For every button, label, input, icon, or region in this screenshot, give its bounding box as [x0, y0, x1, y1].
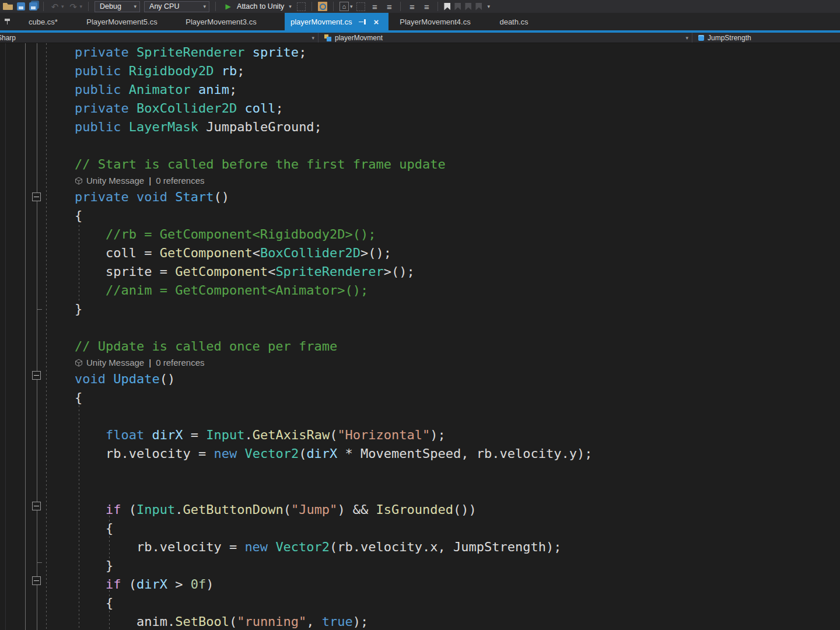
codelens-divider: | — [149, 356, 151, 370]
codelens-line: Unity Message|0 references — [44, 174, 592, 188]
code-line: private void Start() — [44, 188, 592, 206]
code-line — [44, 463, 592, 482]
code-line: { — [44, 594, 592, 612]
project-dropdown-label: Sharp — [0, 34, 16, 42]
chevron-down-icon: ▾ — [289, 4, 292, 9]
code-line: sprite = GetComponent<SpriteRenderer>(); — [44, 262, 592, 281]
toolbar-separator — [438, 2, 438, 11]
tab-playermovement4-cs[interactable]: PlayerMovement4.cs — [388, 13, 482, 30]
chevron-down-icon: ▾ — [685, 35, 692, 41]
member-dropdown[interactable]: JumpStrength — [692, 33, 840, 43]
tab-label: death.cs — [499, 18, 528, 26]
tab-playermovement5-cs[interactable]: PlayerMovement5.cs — [72, 13, 172, 30]
project-dropdown[interactable]: Sharp ▾ — [0, 33, 318, 43]
fold-structure-line — [37, 43, 37, 630]
chevron-down-icon: ▾ — [134, 4, 137, 9]
codelens-unity-message[interactable]: Unity Message — [86, 356, 144, 370]
code-line: if (Input.GetButtonDown("Jump") && IsGro… — [44, 501, 592, 519]
toolbar-separator — [43, 2, 44, 11]
code-line: //rb = GetComponent<Rigidbody2D>(); — [44, 225, 592, 244]
class-icon — [324, 34, 331, 41]
codelens-unity-message[interactable]: Unity Message — [86, 174, 144, 188]
tab-label: PlayerMovement5.cs — [86, 18, 157, 26]
code-line: rb.velocity = new Vector2(dirX * Movemen… — [44, 444, 592, 463]
chevron-down-icon: ▾ — [350, 4, 353, 9]
chevron-down-icon: ▾ — [80, 4, 83, 9]
fold-collapse-button[interactable] — [32, 192, 41, 201]
pin-tab-icon[interactable] — [359, 19, 366, 24]
navigate-home-icon[interactable]: ⌂ — [340, 2, 349, 11]
tab-playermovement3-cs[interactable]: PlayerMovement3.cs — [172, 13, 271, 30]
main-toolbar: ↶▾↷▾Debug▾Any CPU▾▶Attach to Unity▾⌂▾≡≡≡… — [0, 0, 840, 13]
solution-configuration-dropdown-label: Debug — [100, 2, 121, 10]
code-content: private SpriteRenderer sprite; public Ri… — [44, 43, 592, 630]
codelens-references[interactable]: 0 references — [156, 174, 204, 188]
toolbar-separator — [312, 2, 312, 11]
navigation-bar: Sharp ▾ playerMovment ▾ JumpStrength — [0, 33, 840, 43]
toolbar-overflow-icon[interactable]: ▾ — [487, 4, 490, 9]
open-folder-icon[interactable] — [3, 3, 13, 10]
code-line: { — [44, 206, 592, 225]
close-tab-icon[interactable]: × — [373, 17, 379, 27]
solution-configuration-dropdown[interactable]: Debug▾ — [94, 1, 140, 12]
code-line: public Animator anim; — [44, 80, 592, 99]
clear-bookmarks-icon[interactable] — [475, 3, 482, 10]
toolbar-separator — [215, 2, 216, 11]
solution-platform-dropdown-label: Any CPU — [149, 2, 179, 10]
fold-end-tick — [37, 562, 42, 563]
save-all-icon[interactable] — [29, 2, 37, 10]
placeholder-icon — [356, 2, 365, 11]
codelens-line: Unity Message|0 references — [44, 356, 592, 370]
toolbar-separator — [333, 2, 334, 11]
code-line: // Update is called once per frame — [44, 337, 592, 356]
member-dropdown-label: JumpStrength — [708, 34, 751, 42]
code-line — [44, 318, 592, 337]
code-line: anim.SetBool("running", true); — [44, 612, 592, 630]
code-editor[interactable]: private SpriteRenderer sprite; public Ri… — [0, 43, 840, 630]
save-icon[interactable] — [17, 2, 25, 10]
chevron-down-icon: ▾ — [61, 4, 64, 9]
tab-cube-cs-[interactable]: cube.cs* — [14, 13, 72, 30]
editor-left-edge-line — [5, 43, 6, 630]
line-structure-icon[interactable]: ≡ — [384, 1, 394, 12]
code-line: coll = GetComponent<BoxCollider2D>(); — [44, 244, 592, 262]
prev-bookmark-icon[interactable] — [454, 3, 461, 10]
class-dropdown[interactable]: playerMovment ▾ — [318, 33, 692, 43]
tab-death-cs[interactable]: death.cs — [482, 13, 546, 30]
tab-well-pin[interactable] — [0, 13, 14, 30]
solution-platform-dropdown[interactable]: Any CPU▾ — [144, 1, 209, 12]
fold-collapse-button[interactable] — [32, 576, 41, 585]
codelens-divider: | — [149, 174, 151, 188]
tab-playermovment-cs[interactable]: playerMovment.cs× — [285, 13, 388, 30]
fold-collapse-button[interactable] — [32, 371, 41, 380]
code-line: void Update() — [44, 370, 592, 388]
code-line: { — [44, 388, 592, 407]
attach-to-unity-button[interactable]: ▶Attach to Unity▾ — [222, 1, 293, 12]
show-line-list-icon[interactable]: ≡ — [369, 1, 380, 12]
codelens-references[interactable]: 0 references — [156, 356, 204, 370]
code-line: if (dirX > 0f) — [44, 575, 592, 594]
tab-label: playerMovment.cs — [290, 18, 352, 26]
code-line — [44, 407, 592, 426]
code-line: private BoxCollider2D coll; — [44, 99, 592, 118]
field-icon — [698, 35, 704, 41]
code-line: { — [44, 519, 592, 538]
redo-icon[interactable]: ↷ — [68, 1, 79, 12]
undo-icon[interactable]: ↶ — [50, 1, 60, 12]
next-bookmark-icon[interactable] — [465, 3, 471, 10]
comment-lines-icon[interactable]: ≡ — [407, 1, 417, 12]
uncomment-lines-icon[interactable]: ≡ — [421, 1, 432, 12]
code-line: //anim = GetComponent<Animator>(); — [44, 281, 592, 300]
fold-end-tick — [37, 309, 42, 310]
pin-icon — [5, 18, 10, 25]
fold-structure-line — [25, 43, 26, 630]
chevron-down-icon: ▾ — [312, 35, 318, 41]
find-in-files-icon[interactable] — [318, 2, 327, 11]
toggle-bookmark-icon[interactable] — [444, 3, 450, 10]
play-icon: ▶ — [223, 1, 233, 12]
fold-collapse-button[interactable] — [32, 502, 41, 510]
tab-label: PlayerMovement4.cs — [400, 18, 470, 26]
disabled-tool-icon — [297, 2, 306, 11]
code-line: } — [44, 300, 592, 318]
code-line: rb.velocity = new Vector2(rb.velocity.x,… — [44, 538, 592, 556]
